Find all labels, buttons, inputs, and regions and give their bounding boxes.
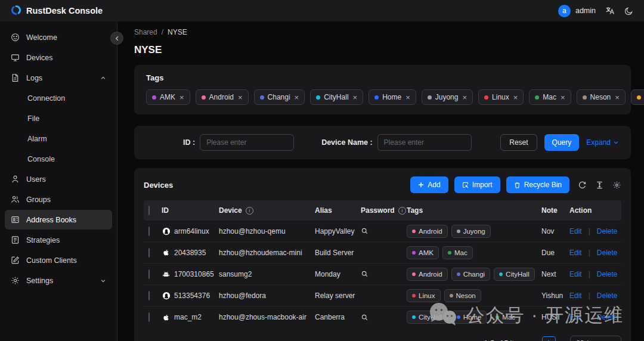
prev-page-button[interactable]: ‹ — [533, 339, 535, 341]
import-button[interactable]: Import — [454, 176, 500, 193]
remove-tag-icon[interactable]: × — [462, 94, 467, 101]
devices-panel: Devices Add Import Recycle Bin — [134, 168, 631, 341]
edit-link[interactable]: Edit — [569, 270, 582, 278]
col-password-label: Password — [361, 206, 395, 215]
query-button[interactable]: Query — [544, 134, 580, 151]
sidebar-item-strategies[interactable]: Strategies — [5, 230, 112, 250]
tags-list: AMK× Android× Changi× CityHall× Home× Ju… — [146, 89, 619, 105]
remove-tag-icon[interactable]: × — [405, 94, 410, 101]
col-device[interactable]: Devicei — [219, 206, 315, 215]
delete-link[interactable]: Delete — [597, 227, 618, 235]
sidebar-item-file[interactable]: File — [5, 108, 112, 128]
sidebar-collapse-button[interactable] — [110, 32, 123, 45]
sidebar-item-welcome[interactable]: Welcome — [5, 27, 112, 47]
tag-label: Changi — [463, 271, 485, 278]
tag-dot — [374, 95, 379, 100]
delete-link[interactable]: Delete — [597, 313, 618, 321]
sidebar-item-groups[interactable]: Groups — [5, 190, 112, 209]
tag-pill[interactable]: Juyong× — [422, 89, 473, 105]
col-password[interactable]: Passwordi — [361, 206, 407, 215]
tag-pill[interactable]: Home× — [369, 89, 416, 105]
row-checkbox[interactable] — [148, 312, 150, 322]
dark-mode-moon-icon[interactable] — [624, 7, 633, 16]
device-name-filter-input[interactable] — [377, 134, 472, 151]
pagination-summary: 1-5 of 5 items — [484, 339, 528, 341]
tag-pill[interactable]: Neson× — [577, 89, 626, 105]
row-checkbox[interactable] — [148, 269, 150, 279]
row-height-icon[interactable] — [595, 181, 604, 190]
tag-pill[interactable]: Android× — [196, 89, 249, 105]
sidebar-item-users[interactable]: Users — [5, 169, 112, 189]
breadcrumb-parent[interactable]: Shared — [134, 28, 157, 36]
device-tag: CityHall — [407, 311, 448, 324]
view-password-icon[interactable] — [361, 227, 369, 235]
delete-link[interactable]: Delete — [597, 292, 618, 300]
edit-link[interactable]: Edit — [569, 249, 582, 257]
sidebar-item-console[interactable]: Console — [5, 149, 112, 169]
remove-tag-icon[interactable]: × — [295, 94, 299, 101]
remove-tag-icon[interactable]: × — [238, 94, 243, 101]
info-icon[interactable]: i — [246, 207, 253, 215]
edit-link[interactable]: Edit — [569, 292, 582, 300]
column-settings-gear-icon[interactable] — [612, 181, 621, 190]
row-checkbox[interactable] — [148, 291, 150, 300]
col-alias[interactable]: Alias — [315, 206, 361, 215]
tag-pill[interactable]: Mac× — [529, 89, 571, 105]
sidebar-item-connection[interactable]: Connection — [5, 88, 112, 108]
tag-dot — [457, 272, 460, 276]
username[interactable]: admin — [575, 7, 596, 15]
page-number-button[interactable]: 1 — [542, 336, 556, 341]
tag-pill[interactable]: AMK× — [146, 89, 190, 105]
add-device-button[interactable]: Add — [410, 176, 448, 193]
id-filter-input[interactable] — [200, 134, 294, 151]
breadcrumb-current: NYSE — [168, 28, 187, 36]
avatar[interactable]: a — [558, 5, 571, 17]
device-id[interactable]: arm64linux — [174, 227, 209, 235]
col-device-label: Device — [219, 206, 242, 215]
group-icon — [11, 195, 20, 204]
col-tags[interactable]: Tags — [407, 206, 541, 215]
view-password-icon[interactable] — [361, 314, 369, 321]
sidebar-item-alarm[interactable]: Alarm — [5, 129, 112, 148]
remove-tag-icon[interactable]: × — [353, 94, 358, 101]
trash-icon — [514, 182, 521, 188]
row-checkbox[interactable] — [148, 248, 150, 258]
recycle-bin-button[interactable]: Recycle Bin — [506, 176, 569, 193]
sidebar-item-logs[interactable]: Logs — [5, 68, 112, 88]
smiley-icon — [11, 33, 20, 42]
select-all-checkbox[interactable] — [148, 206, 150, 215]
remove-tag-icon[interactable]: × — [561, 94, 565, 101]
edit-link[interactable]: Edit — [569, 313, 582, 321]
tag-pill[interactable]: Windows× — [631, 89, 644, 105]
edit-link[interactable]: Edit — [569, 227, 582, 235]
tag-pill[interactable]: CityHall× — [310, 89, 363, 105]
refresh-icon[interactable] — [578, 181, 587, 190]
reset-button[interactable]: Reset — [500, 134, 537, 151]
device-id[interactable]: 20438935 — [174, 249, 206, 257]
logs-document-icon — [11, 73, 20, 82]
translate-icon[interactable] — [605, 6, 615, 16]
next-page-button[interactable]: › — [562, 339, 564, 341]
remove-tag-icon[interactable]: × — [179, 94, 184, 101]
delete-link[interactable]: Delete — [597, 249, 618, 257]
col-note[interactable]: Note — [541, 206, 569, 215]
table-row: 513354376 hzhou@fedora Relay server Linu… — [144, 285, 621, 306]
sidebar-item-address-books[interactable]: Address Books — [5, 210, 112, 230]
tag-pill[interactable]: Changi× — [254, 89, 305, 105]
tag-pill[interactable]: Linux× — [478, 89, 524, 105]
sidebar-item-settings[interactable]: Settings — [5, 271, 112, 290]
view-password-icon[interactable] — [361, 270, 369, 278]
delete-link[interactable]: Delete — [597, 270, 618, 278]
col-id[interactable]: ID — [162, 206, 219, 215]
row-checkbox[interactable] — [148, 227, 150, 236]
sidebar-item-custom-clients[interactable]: Custom Clients — [5, 250, 112, 270]
device-id[interactable]: 513354376 — [174, 292, 210, 300]
info-icon[interactable]: i — [398, 207, 406, 215]
device-id[interactable]: mac_m2 — [174, 313, 202, 321]
sidebar-item-devices[interactable]: Devices — [5, 48, 112, 67]
remove-tag-icon[interactable]: × — [513, 94, 518, 101]
expand-toggle[interactable]: Expand — [586, 138, 619, 147]
remove-tag-icon[interactable]: × — [615, 94, 620, 101]
page-size-select[interactable]: 20 / page — [570, 336, 621, 341]
device-id[interactable]: 1700310865 — [174, 270, 214, 278]
